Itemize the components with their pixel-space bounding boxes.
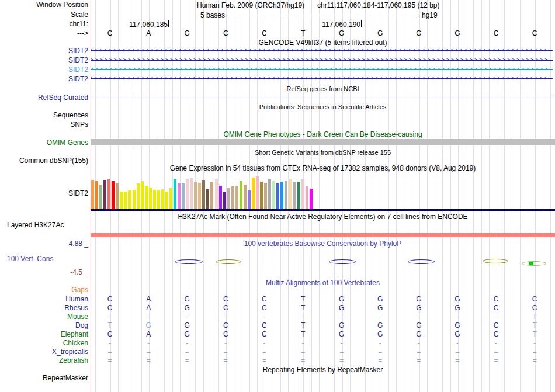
gtex-bar[interactable] <box>120 192 123 209</box>
phylop-mark[interactable] <box>483 259 508 263</box>
phylop-mark[interactable] <box>175 259 203 264</box>
gtex-bar[interactable] <box>306 186 308 209</box>
gtex-bar[interactable] <box>169 188 172 209</box>
gtex-bar[interactable] <box>264 183 267 209</box>
gtex-bar[interactable] <box>202 180 205 209</box>
gtex-bar[interactable] <box>133 190 136 209</box>
track-label-sidt2-3[interactable]: SIDT2 <box>0 65 88 74</box>
gtex-bar[interactable] <box>157 190 160 209</box>
gtex-bar[interactable] <box>223 192 226 209</box>
gtex-bar[interactable] <box>240 181 242 209</box>
gtex-bar[interactable] <box>210 182 213 209</box>
gtex-bar[interactable] <box>280 182 283 209</box>
gene-model-sidt2-row[interactable]: >>>>>>>>>>>>>>>>>>>>>>>>>>>>>>>>>>>>>>>>… <box>91 46 554 55</box>
alignment-row-human[interactable]: CAGCCTGGGGCC <box>91 295 555 303</box>
alignment-row-rhesus[interactable]: CAGCCTGGGGCC <box>91 304 555 312</box>
gtex-bar[interactable] <box>297 182 300 209</box>
h3k27ac-signal-bar[interactable] <box>91 233 555 237</box>
gtex-bar[interactable] <box>107 179 110 209</box>
gtex-bar[interactable] <box>161 189 164 209</box>
track-label-refseq-curated[interactable]: RefSeq Curated <box>0 93 88 102</box>
track-label-zebrafish[interactable]: Zebrafish <box>0 356 88 365</box>
gtex-bar[interactable] <box>248 190 251 209</box>
gtex-bar[interactable] <box>190 178 193 209</box>
track-label-omim-genes[interactable]: OMIM Genes <box>0 138 88 147</box>
omim-gene-bar[interactable] <box>91 139 555 145</box>
gtex-bar[interactable] <box>227 188 230 209</box>
gtex-bar[interactable] <box>256 176 259 209</box>
phylop-mark[interactable] <box>329 259 356 264</box>
alignment-base: = <box>452 356 463 365</box>
track-label-x-tropicalis[interactable]: X_tropicalis <box>0 348 88 356</box>
gtex-bar[interactable] <box>116 183 119 209</box>
track-label-repeatmasker[interactable]: RepeatMasker <box>0 374 88 382</box>
gtex-bar[interactable] <box>194 182 197 209</box>
track-label-mouse[interactable]: Mouse <box>0 313 88 321</box>
track-label-sidt2-4[interactable]: SIDT2 <box>0 75 88 83</box>
gtex-bar[interactable] <box>95 181 98 209</box>
gtex-bar[interactable] <box>137 183 140 209</box>
gtex-bar[interactable] <box>91 180 94 209</box>
track-label-layered-h3k27ac[interactable]: Layered H3K27Ac <box>7 221 64 229</box>
track-label-gtex-sidt2[interactable]: SIDT2 <box>0 189 88 197</box>
gtex-bar[interactable] <box>231 186 234 209</box>
gtex-bar[interactable] <box>285 181 287 209</box>
alignment-base: - <box>336 313 348 321</box>
track-label-rhesus[interactable]: Rhesus <box>0 304 88 312</box>
refseq-curated-track-line[interactable] <box>91 98 554 98</box>
gtex-bar[interactable] <box>235 186 238 209</box>
alignment-row-chicken[interactable]: ------------ <box>91 339 555 347</box>
gtex-bar[interactable] <box>293 182 296 209</box>
track-label-hundred-vert-cons[interactable]: 100 Vert. Cons <box>7 255 53 263</box>
gtex-bar[interactable] <box>252 178 255 209</box>
track-label-chicken[interactable]: Chicken <box>0 339 88 347</box>
alignment-row-zebrafish[interactable]: ============ <box>91 356 555 365</box>
gtex-bar[interactable] <box>276 183 279 209</box>
gtex-bar[interactable] <box>301 179 304 209</box>
gene-model-sidt2-row[interactable]: >>>>>>>>>>>>>>>>>>>>>>>>>>>>>>>>>>>>>>>>… <box>91 65 554 74</box>
gtex-bar[interactable] <box>186 179 189 209</box>
alignment-row-dog[interactable]: TGGCCTGGGGCT <box>91 321 555 329</box>
gtex-bar[interactable] <box>128 190 131 209</box>
gtex-bar[interactable] <box>219 186 222 209</box>
alignment-row-mouse[interactable]: -----------T <box>91 313 555 321</box>
gtex-bar[interactable] <box>182 183 185 209</box>
phylop-mark[interactable] <box>216 259 241 264</box>
gtex-bar[interactable] <box>145 186 148 209</box>
track-label-snps[interactable]: SNPs <box>0 120 88 129</box>
phylop-mark[interactable] <box>522 261 546 266</box>
scale-bar-line <box>228 15 417 15</box>
gtex-bar[interactable] <box>141 181 144 209</box>
gtex-bar[interactable] <box>272 181 275 209</box>
gene-model-sidt2-row[interactable]: >>>>>>>>>>>>>>>>>>>>>>>>>>>>>>>>>>>>>>>>… <box>91 55 554 65</box>
track-label-common-dbsnp[interactable]: Common dbSNP(155) <box>0 157 88 165</box>
track-label-sidt2-2[interactable]: SIDT2 <box>0 56 88 64</box>
phylop-mark[interactable] <box>408 259 435 264</box>
gtex-bar[interactable] <box>260 182 263 209</box>
track-label-elephant[interactable]: Elephant <box>0 330 88 338</box>
gene-model-sidt2-row[interactable]: >>>>>>>>>>>>>>>>>>>>>>>>>>>>>>>>>>>>>>>>… <box>91 74 554 84</box>
gtex-bar[interactable] <box>165 192 168 209</box>
track-label-gaps[interactable]: Gaps <box>0 286 88 294</box>
gtex-bar[interactable] <box>103 180 106 209</box>
gtex-bar[interactable] <box>198 183 201 209</box>
gtex-bar[interactable] <box>124 192 127 209</box>
gtex-bar[interactable] <box>149 188 152 209</box>
gtex-bar[interactable] <box>153 190 156 209</box>
gtex-bar[interactable] <box>289 179 292 209</box>
gtex-bar[interactable] <box>206 189 209 209</box>
gtex-bar[interactable] <box>99 185 102 209</box>
alignment-row-x_tropicalis[interactable]: ============ <box>91 348 555 356</box>
track-label-sequences[interactable]: Sequences <box>0 111 88 119</box>
track-label-dog[interactable]: Dog <box>0 321 88 329</box>
gtex-bar[interactable] <box>244 185 247 209</box>
gtex-bar[interactable] <box>268 179 271 209</box>
gtex-bar[interactable] <box>174 179 176 209</box>
gtex-bar[interactable] <box>178 183 181 209</box>
gtex-bar[interactable] <box>215 179 218 209</box>
alignment-row-elephant[interactable]: CAGCCTGGGGCT <box>91 330 555 338</box>
gtex-bar[interactable] <box>112 181 115 209</box>
track-label-human[interactable]: Human <box>0 295 88 303</box>
gtex-bar[interactable] <box>310 189 313 209</box>
track-label-sidt2-1[interactable]: SIDT2 <box>0 47 88 55</box>
